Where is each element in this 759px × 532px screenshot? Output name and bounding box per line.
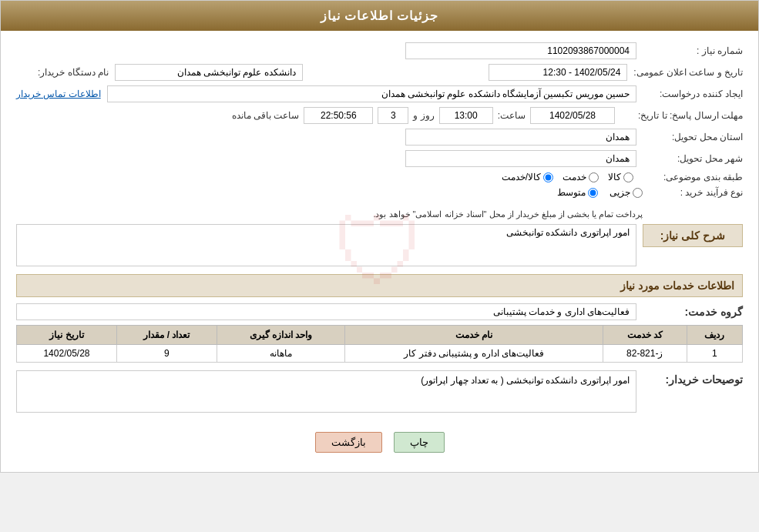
- page-header: جزئیات اطلاعات نیاز: [1, 1, 758, 31]
- sharh-value: امور اپراتوری دانشکده توانبخشی: [16, 224, 636, 266]
- col-kod: کد خدمت: [603, 326, 687, 345]
- days-value: 3: [378, 107, 408, 124]
- farayand-label: نوع فرآیند خرید :: [643, 187, 743, 198]
- radio-khadamat[interactable]: خدمت: [563, 172, 599, 182]
- shomara-niyaz-row: شماره نیاز : 1102093867000004: [16, 42, 743, 59]
- nam-dastgah-label: نام دستگاه خریدار:: [16, 67, 109, 78]
- col-vahed: واحد اندازه گیری: [217, 326, 344, 345]
- content-area: 🛡 شماره نیاز : 1102093867000004 تاریخ و …: [1, 31, 758, 472]
- process-text: پرداخت تمام یا بخشی از مبلغ خریدار از مح…: [373, 209, 643, 219]
- radio-jozi-input[interactable]: [633, 188, 643, 198]
- remaining-value: 22:50:56: [304, 107, 373, 124]
- radio-kala-label: کالا: [608, 172, 621, 182]
- shahr-label: شهر محل تحویل:: [643, 153, 743, 164]
- time-label: ساعت:: [498, 110, 526, 121]
- radio-mottavaset-input[interactable]: [588, 188, 598, 198]
- radio-kala-khadamat-label: کالا/خدمت: [502, 172, 541, 182]
- radio-jozi[interactable]: جزیی: [610, 187, 643, 198]
- ostan-row: استان محل تحویل: همدان: [16, 129, 743, 146]
- khadamat-section-title: اطلاعات خدمات مورد نیاز: [16, 274, 743, 297]
- ijad-konande-value: حسین موریس تکبسین آزمایشگاه دانشکده علوم…: [107, 85, 636, 102]
- col-radif: ردیف: [687, 326, 742, 345]
- days-label: روز و: [413, 110, 434, 121]
- radio-kala-khadamat-input[interactable]: [543, 172, 553, 182]
- services-table: ردیف کد خدمت نام خدمت واحد اندازه گیری ت…: [16, 325, 743, 363]
- grohe-khadamat-value: فعالیت‌های اداری و خدمات پشتیبانی: [16, 303, 636, 320]
- shahr-row: شهر محل تحویل: همدان: [16, 150, 743, 167]
- services-table-container: ردیف کد خدمت نام خدمت واحد اندازه گیری ت…: [16, 325, 743, 363]
- shahr-value: همدان: [405, 150, 636, 167]
- farayand-options: جزیی متوسط پرداخت تمام یا بخشی از مبلغ خ…: [373, 187, 643, 219]
- main-container: جزئیات اطلاعات نیاز 🛡 شماره نیاز : 11020…: [0, 0, 759, 473]
- tawzih-label: توصیحات خریدار:: [643, 370, 743, 386]
- nam-dastgah-value: دانشکده علوم توانبخشی همدان: [115, 64, 303, 81]
- radio-khadamat-label: خدمت: [563, 172, 586, 182]
- farayand-radio-row: جزیی متوسط: [557, 187, 643, 198]
- tabaqe-row: طبقه بندی موضوعی: کالا خدمت کالا/خدمت: [16, 172, 743, 182]
- radio-kala[interactable]: کالا: [608, 172, 633, 182]
- col-tedad: تعداد / مقدار: [116, 326, 217, 345]
- radio-mottavaset-label: متوسط: [557, 187, 586, 198]
- date-value: 1402/05/28: [530, 107, 615, 124]
- mohlet-ersal-row: مهلت ارسال پاسخ: تا تاریخ: 1402/05/28 سا…: [16, 107, 743, 124]
- back-button[interactable]: بازگشت: [315, 432, 382, 453]
- mohlet-ersal-label: مهلت ارسال پاسخ: تا تاریخ:: [620, 110, 743, 121]
- radio-khadamat-input[interactable]: [589, 172, 599, 182]
- radio-jozi-label: جزیی: [610, 187, 630, 198]
- radio-kala-input[interactable]: [623, 172, 633, 182]
- print-button[interactable]: چاپ: [394, 432, 445, 453]
- announcement-label: تاریخ و ساعت اعلان عمومی:: [633, 67, 743, 78]
- col-tarikh: تاریخ نیاز: [17, 326, 117, 345]
- ijad-konande-row: ایجاد کننده درخواست: حسین موریس تکبسین آ…: [16, 85, 743, 102]
- button-row: چاپ بازگشت: [16, 420, 743, 460]
- radio-kala-khadamat[interactable]: کالا/خدمت: [502, 172, 553, 182]
- tawzih-row: توصیحات خریدار:: [16, 370, 743, 413]
- shomara-niyaz-label: شماره نیاز :: [643, 45, 743, 56]
- announcement-value: 1402/05/24 - 12:30: [489, 64, 627, 81]
- radio-mottavaset[interactable]: متوسط: [557, 187, 598, 198]
- contact-link[interactable]: اطلاعات تماس خریدار: [16, 89, 101, 99]
- page-title: جزئیات اطلاعات نیاز: [321, 9, 439, 22]
- grohe-khadamat-label: گروه خدمت:: [643, 306, 743, 318]
- remaining-label: ساعت باقی مانده: [232, 110, 300, 121]
- farayand-row: نوع فرآیند خرید : جزیی متوسط پرداخت تمام…: [16, 187, 743, 219]
- time-value: 13:00: [439, 107, 493, 124]
- ijad-konande-label: ایجاد کننده درخواست:: [643, 89, 743, 99]
- sharh-row: شرح کلی نیاز: امور اپراتوری دانشکده توان…: [16, 224, 743, 266]
- tabaqe-label: طبقه بندی موضوعی:: [643, 172, 743, 182]
- table-row: 1ز-821-82فعالیت‌های اداره و پشتیبانی دفت…: [17, 345, 743, 363]
- nam-dastgah-row: تاریخ و ساعت اعلان عمومی: 1402/05/24 - 1…: [16, 64, 743, 81]
- grohe-khadamat-row: گروه خدمت: فعالیت‌های اداری و خدمات پشتی…: [16, 303, 743, 320]
- ostan-label: استان محل تحویل:: [643, 132, 743, 142]
- sharh-section-title: شرح کلی نیاز:: [643, 224, 743, 247]
- col-nam: نام خدمت: [345, 326, 603, 345]
- ostan-value: همدان: [405, 129, 636, 146]
- shomara-niyaz-value: 1102093867000004: [405, 42, 636, 59]
- tawzih-textarea[interactable]: [16, 370, 636, 413]
